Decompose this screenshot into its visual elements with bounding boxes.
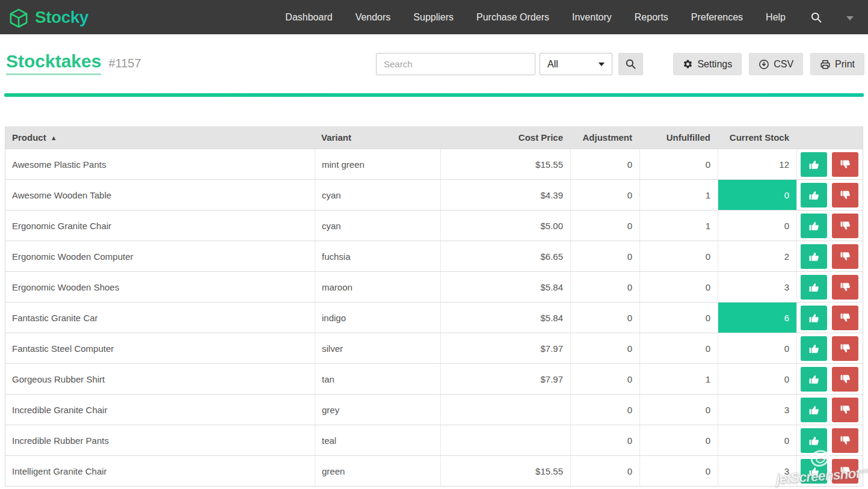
unfulfilled-cell: 0 <box>639 333 718 363</box>
product-cell: Fantastic Granite Car <box>5 303 315 333</box>
table-body: Awesome Plastic Pants mint green $15.55 … <box>5 149 863 486</box>
nav-item-vendors[interactable]: Vendors <box>344 0 402 34</box>
row-actions <box>796 456 863 486</box>
thumbs-down-icon <box>840 220 851 232</box>
column-header-product[interactable]: Product ▲ <box>5 132 315 143</box>
cost-price-cell: $4.39 <box>440 180 570 210</box>
current-stock-cell: 12 <box>718 149 796 179</box>
section-divider-bar <box>4 93 864 97</box>
table-row: Awesome Plastic Pants mint green $15.55 … <box>5 149 863 179</box>
stocky-logo[interactable]: Stocky <box>6 5 88 30</box>
adjustment-cell: 0 <box>570 211 639 241</box>
page-header: Stocktakes #1157 All Settings CSV <box>0 34 868 93</box>
thumbs-up-button[interactable] <box>801 306 827 330</box>
printer-icon <box>820 59 831 70</box>
thumbs-down-button[interactable] <box>832 275 858 300</box>
table-row: Fantastic Granite Car indigo $5.84 0 0 6 <box>5 302 863 333</box>
nav-item-inventory[interactable]: Inventory <box>561 0 623 34</box>
unfulfilled-cell: 0 <box>639 395 718 425</box>
filter-selected-value: All <box>547 59 558 70</box>
thumbs-up-icon <box>808 220 820 232</box>
unfulfilled-cell: 0 <box>639 272 718 302</box>
thumbs-up-icon <box>808 343 820 354</box>
row-actions <box>796 333 863 363</box>
thumbs-up-button[interactable] <box>801 244 827 269</box>
nav-search-icon[interactable] <box>797 11 836 23</box>
table-header-row: Product ▲ Variant Cost Price Adjustment … <box>5 126 863 149</box>
product-cell: Incredible Rubber Pants <box>5 425 315 455</box>
variant-cell: silver <box>315 333 440 363</box>
filter-dropdown[interactable]: All <box>540 53 612 75</box>
thumbs-up-icon <box>808 466 820 477</box>
current-stock-cell: 6 <box>718 303 796 333</box>
column-header-unfulfilled[interactable]: Unfulfilled <box>639 132 718 143</box>
thumbs-up-icon <box>808 281 820 293</box>
thumbs-down-button[interactable] <box>832 459 858 484</box>
variant-cell: maroon <box>315 272 440 302</box>
thumbs-up-button[interactable] <box>801 214 827 238</box>
thumbs-up-button[interactable] <box>801 428 827 453</box>
nav-item-preferences[interactable]: Preferences <box>680 0 754 34</box>
cost-price-cell: $15.55 <box>440 456 570 486</box>
variant-cell: indigo <box>315 303 440 333</box>
thumbs-up-icon <box>808 189 820 201</box>
adjustment-cell: 0 <box>570 303 639 333</box>
variant-cell: cyan <box>315 211 440 241</box>
csv-export-button[interactable]: CSV <box>749 53 803 75</box>
adjustment-cell: 0 <box>570 180 639 210</box>
thumbs-down-button[interactable] <box>832 244 858 269</box>
nav-menu: Dashboard Vendors Suppliers Purchase Ord… <box>274 0 860 34</box>
table-search-controls: All <box>376 53 643 75</box>
search-submit-button[interactable] <box>618 53 643 75</box>
page-title[interactable]: Stocktakes <box>6 51 101 75</box>
settings-button-label: Settings <box>697 59 732 70</box>
thumbs-down-button[interactable] <box>832 214 858 238</box>
thumbs-up-button[interactable] <box>801 152 827 177</box>
thumbs-down-icon <box>840 312 851 324</box>
thumbs-down-button[interactable] <box>832 398 858 422</box>
download-circle-icon <box>759 59 769 70</box>
thumbs-up-button[interactable] <box>801 183 827 208</box>
search-input[interactable] <box>376 53 535 75</box>
row-actions <box>796 149 863 179</box>
thumbs-down-button[interactable] <box>832 152 858 177</box>
table-row: Incredible Granite Chair grey 0 0 3 <box>5 394 863 425</box>
thumbs-down-icon <box>840 435 851 446</box>
variant-cell: teal <box>315 425 440 455</box>
row-actions <box>796 425 863 455</box>
product-cell: Fantastic Steel Computer <box>5 333 315 363</box>
column-header-adjustment[interactable]: Adjustment <box>570 132 639 143</box>
thumbs-down-icon <box>840 251 851 262</box>
sort-ascending-icon: ▲ <box>51 134 57 141</box>
column-header-current-stock[interactable]: Current Stock <box>718 132 796 143</box>
settings-button[interactable]: Settings <box>673 53 742 75</box>
column-header-variant[interactable]: Variant <box>315 132 440 143</box>
thumbs-down-button[interactable] <box>832 367 858 392</box>
column-header-cost-price[interactable]: Cost Price <box>440 132 570 143</box>
thumbs-down-button[interactable] <box>832 306 858 330</box>
thumbs-down-button[interactable] <box>832 336 858 361</box>
cost-price-cell: $5.00 <box>440 211 570 241</box>
thumbs-up-button[interactable] <box>801 459 827 484</box>
nav-item-reports[interactable]: Reports <box>623 0 680 34</box>
table-row: Fantastic Steel Computer silver $7.97 0 … <box>5 333 863 363</box>
table-row: Ergonomic Wooden Computer fuchsia $6.65 … <box>5 241 863 271</box>
thumbs-up-button[interactable] <box>801 367 827 392</box>
thumbs-down-icon <box>840 343 851 354</box>
gear-icon <box>683 59 693 69</box>
nav-item-dashboard[interactable]: Dashboard <box>274 0 343 34</box>
thumbs-up-button[interactable] <box>801 275 827 300</box>
thumbs-up-button[interactable] <box>801 398 827 422</box>
account-menu-caret-icon[interactable] <box>846 16 854 20</box>
thumbs-down-button[interactable] <box>832 428 858 453</box>
row-actions <box>796 211 863 241</box>
stocky-cube-icon <box>6 5 31 30</box>
print-button[interactable]: Print <box>810 53 864 75</box>
thumbs-up-button[interactable] <box>801 336 827 361</box>
search-icon <box>625 58 636 70</box>
thumbs-down-button[interactable] <box>832 183 858 208</box>
thumbs-down-icon <box>840 159 851 170</box>
nav-item-help[interactable]: Help <box>754 0 797 34</box>
nav-item-suppliers[interactable]: Suppliers <box>402 0 465 34</box>
nav-item-purchase-orders[interactable]: Purchase Orders <box>465 0 561 34</box>
